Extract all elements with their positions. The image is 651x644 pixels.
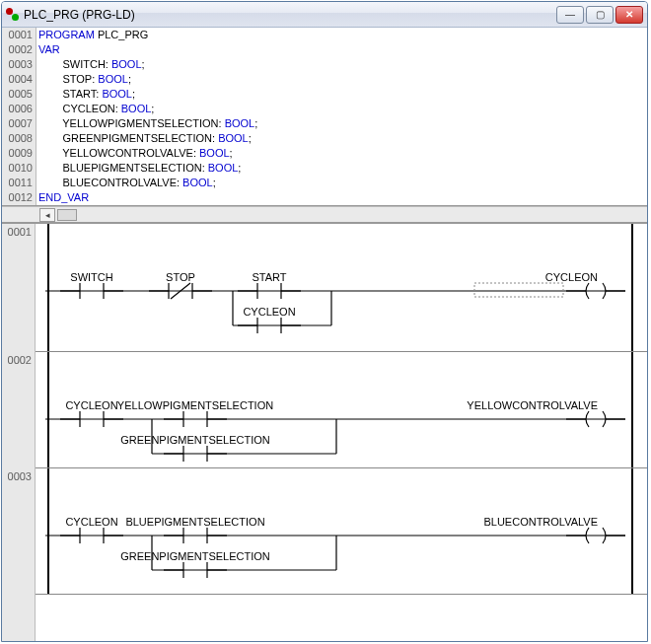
svg-text:YELLOWCONTROLVALVE: YELLOWCONTROLVALVE xyxy=(467,399,598,411)
svg-text:YELLOWPIGMENTSELECTION: YELLOWPIGMENTSELECTION xyxy=(117,399,273,411)
svg-text:STOP: STOP xyxy=(166,271,195,283)
code-line[interactable]: BLUEPIGMENTSELECTION: BOOL; xyxy=(38,161,647,176)
line-number: 0004 xyxy=(2,72,36,87)
horizontal-scrollbar[interactable]: ◂ xyxy=(2,206,647,224)
line-number: 0006 xyxy=(2,102,36,116)
line-number: 0001 xyxy=(2,28,36,42)
ladder-editor[interactable]: 000100020003 SWITCHSTOPSTARTCYCLEONCYCLE… xyxy=(2,224,647,641)
code-line[interactable]: CYCLEON: BOOL; xyxy=(38,102,647,116)
code-lines[interactable]: PROGRAM PLC_PRGVAR SWITCH: BOOL; STOP: B… xyxy=(36,28,647,205)
minimize-button[interactable]: — xyxy=(556,6,584,24)
svg-text:GREENPIGMENTSELECTION: GREENPIGMENTSELECTION xyxy=(120,550,270,562)
line-number: 0009 xyxy=(2,146,36,161)
svg-text:CYCLEON: CYCLEON xyxy=(65,516,117,528)
declaration-editor[interactable]: 0001000200030004000500060007000800090010… xyxy=(2,28,647,206)
titlebar[interactable]: PLC_PRG (PRG-LD) — ▢ ✕ xyxy=(2,2,647,28)
content: 0001000200030004000500060007000800090010… xyxy=(2,28,647,641)
line-number: 0002 xyxy=(2,42,36,57)
ladder-rung[interactable]: CYCLEONBLUEPIGMENTSELECTIONBLUECONTROLVA… xyxy=(36,468,647,595)
close-button[interactable]: ✕ xyxy=(615,6,643,24)
app-icon xyxy=(6,8,20,22)
editor-window: PLC_PRG (PRG-LD) — ▢ ✕ 00010002000300040… xyxy=(1,1,648,642)
scroll-left-arrow[interactable]: ◂ xyxy=(39,208,55,222)
rung-number: 0001 xyxy=(2,224,35,352)
window-buttons: — ▢ ✕ xyxy=(556,6,643,24)
code-line[interactable]: GREENPIGMENTSELECTION: BOOL; xyxy=(38,131,647,146)
code-line[interactable]: BLUECONTROLVALVE: BOOL; xyxy=(38,176,647,190)
window-title: PLC_PRG (PRG-LD) xyxy=(24,8,556,22)
code-line[interactable]: YELLOWPIGMENTSELECTION: BOOL; xyxy=(38,116,647,131)
line-number: 0007 xyxy=(2,116,36,131)
svg-text:SWITCH: SWITCH xyxy=(70,271,112,283)
code-line[interactable]: PROGRAM PLC_PRG xyxy=(38,28,647,42)
code-line[interactable]: START: BOOL; xyxy=(38,87,647,102)
line-number: 0003 xyxy=(2,57,36,72)
ladder-rung[interactable]: CYCLEONYELLOWPIGMENTSELECTIONYELLOWCONTR… xyxy=(36,352,647,468)
line-gutter: 0001000200030004000500060007000800090010… xyxy=(2,28,36,205)
svg-text:CYCLEON: CYCLEON xyxy=(243,306,295,318)
ladder-rung[interactable]: SWITCHSTOPSTARTCYCLEONCYCLEON xyxy=(36,224,647,352)
line-number: 0010 xyxy=(2,161,36,176)
rung-number: 0002 xyxy=(2,352,35,468)
svg-text:BLUEPIGMENTSELECTION: BLUEPIGMENTSELECTION xyxy=(125,516,264,528)
svg-rect-17 xyxy=(474,283,563,297)
line-number: 0008 xyxy=(2,131,36,146)
svg-text:CYCLEON: CYCLEON xyxy=(545,271,598,283)
svg-text:GREENPIGMENTSELECTION: GREENPIGMENTSELECTION xyxy=(120,434,270,446)
rung-number: 0003 xyxy=(2,468,35,595)
line-number: 0011 xyxy=(2,176,36,190)
scroll-thumb[interactable] xyxy=(57,209,77,221)
code-line[interactable]: YELLOWCONTROLVALVE: BOOL; xyxy=(38,146,647,161)
maximize-button[interactable]: ▢ xyxy=(586,6,614,24)
code-line[interactable]: END_VAR xyxy=(38,190,647,205)
svg-text:START: START xyxy=(252,271,286,283)
line-number: 0012 xyxy=(2,190,36,205)
svg-text:BLUECONTROLVALVE: BLUECONTROLVALVE xyxy=(483,516,598,528)
rung-gutter: 000100020003 xyxy=(2,224,36,641)
line-number: 0005 xyxy=(2,87,36,102)
svg-text:CYCLEON: CYCLEON xyxy=(65,399,117,411)
code-line[interactable]: VAR xyxy=(38,42,647,57)
code-line[interactable]: SWITCH: BOOL; xyxy=(38,57,647,72)
rungs-area[interactable]: SWITCHSTOPSTARTCYCLEONCYCLEONCYCLEONYELL… xyxy=(36,224,647,641)
code-line[interactable]: STOP: BOOL; xyxy=(38,72,647,87)
